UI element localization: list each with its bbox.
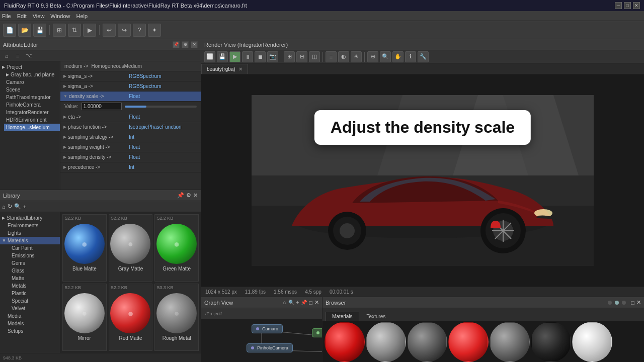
render-tab-beauty[interactable]: beauty(rgba) ✕ xyxy=(201,64,248,74)
graph-node-homogeneous[interactable]: HomogeneousMedium xyxy=(312,328,322,337)
help-button[interactable]: ? xyxy=(133,24,146,37)
library-close-button[interactable]: ✕ xyxy=(193,192,198,199)
render-frame-btn[interactable]: ⊞ xyxy=(284,51,295,62)
tree-item-scene[interactable]: Scene xyxy=(4,86,60,94)
tree-item-pinhole[interactable]: PinholeCamera xyxy=(4,101,60,109)
browser-mat-darkgray[interactable] xyxy=(407,322,447,362)
graph-home-icon[interactable]: ⌂ xyxy=(283,300,286,305)
nav-special[interactable]: Special xyxy=(0,297,60,305)
attr-pin-button[interactable]: 📌 xyxy=(173,41,180,48)
menu-view[interactable]: View xyxy=(33,13,45,19)
nav-glass[interactable]: Glass xyxy=(0,267,60,275)
save-button[interactable]: 💾 xyxy=(33,24,46,37)
library-home-icon[interactable]: ⌂ xyxy=(2,204,6,210)
redo-button[interactable]: ↪ xyxy=(118,24,131,37)
browser-mat-red[interactable] xyxy=(325,322,365,362)
tree-item-hdri[interactable]: HDRIEnvironment xyxy=(4,116,60,124)
close-button[interactable]: ✕ xyxy=(633,2,640,9)
graph-add-icon[interactable]: + xyxy=(296,300,299,305)
tree-item-grayplane[interactable]: ▶ Gray bac...nd plane xyxy=(4,71,60,78)
browser-mat-white[interactable] xyxy=(572,322,612,362)
graph-close-button[interactable]: ✕ xyxy=(314,299,319,306)
tree-item-pathintegrator[interactable]: PathTraceIntegrator xyxy=(4,94,60,101)
render-channel-btn[interactable]: ≡ xyxy=(326,51,337,62)
menu-edit[interactable]: Edit xyxy=(17,13,27,19)
dot-tab-3[interactable] xyxy=(622,301,626,305)
nav-environments[interactable]: Environments xyxy=(0,222,60,229)
prop-sampling-density[interactable]: ▶ sampling density -> Float xyxy=(60,152,201,162)
mat-rough-metal[interactable]: 53.3 KB ● Rough Metal xyxy=(154,284,199,351)
browser-tab-materials[interactable]: Materials xyxy=(326,312,359,321)
nav-carpaint[interactable]: Car Paint xyxy=(0,244,60,252)
density-value-input[interactable] xyxy=(82,103,122,110)
nav-emissions[interactable]: Emissions xyxy=(0,252,60,259)
render-save-btn[interactable]: 💾 xyxy=(217,51,228,62)
library-search-icon[interactable]: 🔍 xyxy=(14,203,21,210)
grid-button[interactable]: ⊞ xyxy=(53,24,66,37)
undo-button[interactable]: ↩ xyxy=(103,24,116,37)
nav-gems[interactable]: Gems xyxy=(0,259,60,267)
minimize-button[interactable]: ─ xyxy=(615,2,622,9)
density-slider[interactable] xyxy=(125,106,197,108)
prop-sampling-weight[interactable]: ▶ sampling weight -> Float xyxy=(60,142,201,152)
prop-sampling-strategy[interactable]: ▶ sampling strategy -> Int xyxy=(60,132,201,142)
render-exposure-btn[interactable]: ☀ xyxy=(351,51,362,62)
graph-canvas[interactable]: Camaro HomogeneousMedium HDRIEnvironment… xyxy=(201,319,322,362)
browser-mat-red2[interactable] xyxy=(448,322,489,362)
graph-node-camaro[interactable]: Camaro xyxy=(252,324,283,333)
nav-matte[interactable]: Matte xyxy=(0,275,60,282)
nav-standardlibrary[interactable]: ▶ StandardLibrary xyxy=(0,214,60,222)
magic-button[interactable]: ✦ xyxy=(148,24,161,37)
mat-red-matte[interactable]: 52.2 KB ● Red Matte xyxy=(109,284,153,351)
nav-velvet[interactable]: Velvet xyxy=(0,305,60,312)
render-play-btn[interactable]: ▶ xyxy=(229,51,240,62)
browser-close-button[interactable]: ✕ xyxy=(636,299,641,306)
browser-tab-textures[interactable]: Textures xyxy=(360,312,392,321)
library-refresh-icon[interactable]: ↻ xyxy=(8,203,12,210)
render-layout-btn[interactable]: ⊟ xyxy=(296,51,307,62)
attr-filter-icon[interactable]: ⌥ xyxy=(24,51,33,60)
graph-search-icon[interactable]: 🔍 xyxy=(288,300,294,305)
library-pin-button[interactable]: 📌 xyxy=(177,192,184,199)
mat-mirror[interactable]: 52.2 KB ● Mirror xyxy=(62,284,107,351)
library-settings-button[interactable]: ⚙ xyxy=(186,192,191,199)
menu-file[interactable]: File xyxy=(2,13,11,19)
attr-close-button[interactable]: ✕ xyxy=(191,41,198,48)
prop-density-scale[interactable]: ▼ density scale -> Float xyxy=(60,92,201,102)
tree-item-medium[interactable]: Homoge...sMedium xyxy=(4,124,60,131)
graph-pin-icon[interactable]: 📌 xyxy=(301,300,307,305)
nav-plastic[interactable]: Plastic xyxy=(0,290,60,297)
attr-settings-button[interactable]: ⚙ xyxy=(182,41,189,48)
render-denoiser-btn[interactable]: 🔧 xyxy=(418,51,429,62)
browser-expand-button[interactable]: □ xyxy=(631,300,634,306)
library-add-icon[interactable]: + xyxy=(23,204,26,210)
nav-media[interactable]: Media xyxy=(0,312,60,320)
prop-sigma-a[interactable]: ▶ sigma_a -> RGBSpectrum xyxy=(60,81,201,92)
prop-sigma-s[interactable]: ▶ sigma_s -> RGBSpectrum xyxy=(60,71,201,81)
attr-list-icon[interactable]: ≡ xyxy=(13,51,22,60)
play-button[interactable]: ▶ xyxy=(83,24,96,37)
nav-metals[interactable]: Metals xyxy=(0,282,60,290)
render-lut-btn[interactable]: ◐ xyxy=(338,51,349,62)
render-new-btn[interactable]: ⬜ xyxy=(204,51,215,62)
render-info-btn[interactable]: ℹ xyxy=(405,51,416,62)
maximize-button[interactable]: □ xyxy=(624,2,631,9)
mat-gray-matte[interactable]: 52.2 KB ● Gray Matte xyxy=(109,214,153,282)
render-zoom-fit-btn[interactable]: ⊕ xyxy=(367,51,378,62)
tree-item-integrator[interactable]: IntegratorRenderer xyxy=(4,109,60,116)
browser-mat-gray[interactable] xyxy=(366,322,406,362)
browser-mat-medgray[interactable] xyxy=(490,322,530,362)
render-stop-btn[interactable]: ⏹ xyxy=(255,51,266,62)
menu-help[interactable]: Help xyxy=(76,13,88,19)
nav-lights[interactable]: Lights xyxy=(0,229,60,237)
prop-eta[interactable]: ▶ eta -> Float xyxy=(60,112,201,122)
nav-setups[interactable]: Setups xyxy=(0,327,60,335)
dot-tab-1[interactable] xyxy=(608,301,612,305)
tree-item-project[interactable]: ▶ Project xyxy=(0,63,60,71)
render-pan-btn[interactable]: ✋ xyxy=(392,51,404,62)
new-button[interactable]: 📄 xyxy=(3,24,16,37)
attr-home-icon[interactable]: ⌂ xyxy=(2,51,11,60)
nav-materials[interactable]: ▼ Materials xyxy=(0,237,60,244)
graph-expand-button[interactable]: □ xyxy=(309,300,312,306)
dot-tab-2[interactable] xyxy=(615,301,619,305)
